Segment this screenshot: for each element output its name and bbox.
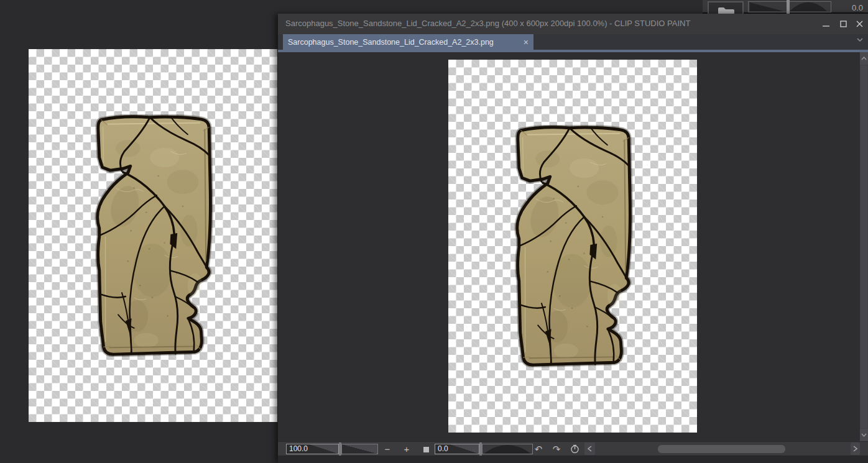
document-tab[interactable]: Sarcophagus_Stone_Sandstone_Lid_Cracked_…	[283, 34, 533, 50]
document-tab-bar: Sarcophagus_Stone_Sandstone_Lid_Cracked_…	[278, 34, 868, 50]
window-title: Sarcophagus_Stone_Sandstone_Lid_Cracked_…	[285, 19, 690, 28]
chevron-down-icon	[857, 38, 863, 42]
zoom-slider[interactable]	[341, 444, 378, 454]
minimize-icon	[823, 21, 829, 27]
slider-shapes	[749, 2, 831, 12]
scroll-left-button[interactable]	[584, 442, 595, 455]
zoom-rotate-slider-partial[interactable]	[748, 1, 831, 12]
folder-button[interactable]	[708, 1, 744, 15]
clip-studio-paint-window: Sarcophagus_Stone_Sandstone_Lid_Cracked_…	[278, 14, 868, 463]
navigation-toolbar: 100.0 − + 0.0 ↶ ↷	[278, 441, 868, 456]
tab-list-button[interactable]	[857, 38, 863, 42]
scroll-up-button[interactable]	[860, 52, 868, 65]
background-document-canvas[interactable]	[29, 49, 277, 422]
vertical-scrollbar[interactable]	[860, 52, 868, 441]
maximize-button[interactable]	[837, 17, 849, 30]
undo-button[interactable]: ↶	[533, 444, 544, 454]
document-tab-label: Sarcophagus_Stone_Sandstone_Lid_Cracked_…	[288, 38, 520, 47]
rotation-wedge-shape	[450, 444, 479, 454]
chevron-right-icon	[853, 446, 857, 452]
redo-button[interactable]: ↷	[551, 444, 562, 454]
title-bar[interactable]: Sarcophagus_Stone_Sandstone_Lid_Cracked_…	[278, 14, 868, 34]
close-icon	[856, 21, 863, 27]
rotation-value-field[interactable]: 0.0	[435, 444, 479, 454]
reset-rotation-icon	[570, 444, 579, 454]
rotation-value: 0.0	[438, 444, 448, 453]
rotation-value-partial: 0.0	[852, 3, 868, 12]
reset-rotation-button[interactable]	[569, 444, 580, 454]
scroll-down-button[interactable]	[860, 429, 868, 441]
zoom-out-button[interactable]: −	[382, 444, 392, 454]
chevron-left-icon	[588, 446, 592, 452]
rotation-bell-shape	[482, 444, 532, 454]
zoom-in-button[interactable]: +	[402, 444, 412, 454]
horizontal-scrollbar-thumb[interactable]	[658, 445, 785, 453]
status-strip	[278, 456, 868, 463]
stone-image	[29, 49, 277, 422]
rotation-slider[interactable]	[482, 444, 533, 454]
scroll-right-button[interactable]	[851, 442, 860, 455]
tab-close-icon[interactable]: ×	[524, 37, 529, 47]
stone-image	[448, 60, 697, 433]
slider-handle[interactable]	[787, 0, 790, 14]
canvas-viewport[interactable]	[278, 52, 868, 441]
fit-square-icon	[423, 447, 429, 452]
maximize-icon	[840, 21, 847, 27]
zoom-wedge-shape	[310, 444, 338, 454]
close-button[interactable]	[853, 17, 866, 30]
desktop: 0.0 Sarcophagus_Stone_Sandstone_Lid_Crac…	[0, 0, 868, 463]
zoom-value: 100.0	[289, 444, 308, 453]
document-canvas[interactable]	[448, 60, 697, 433]
fit-to-screen-button[interactable]	[422, 445, 430, 454]
zoom-slider-wedge	[342, 444, 377, 454]
minimize-button[interactable]	[820, 17, 832, 30]
chevron-up-icon	[861, 57, 867, 60]
chevron-down-icon	[861, 433, 867, 437]
vertical-scrollbar-thumb[interactable]	[861, 65, 867, 428]
zoom-value-field[interactable]: 100.0	[286, 444, 339, 454]
background-window-toolbar: 0.0	[703, 0, 868, 14]
